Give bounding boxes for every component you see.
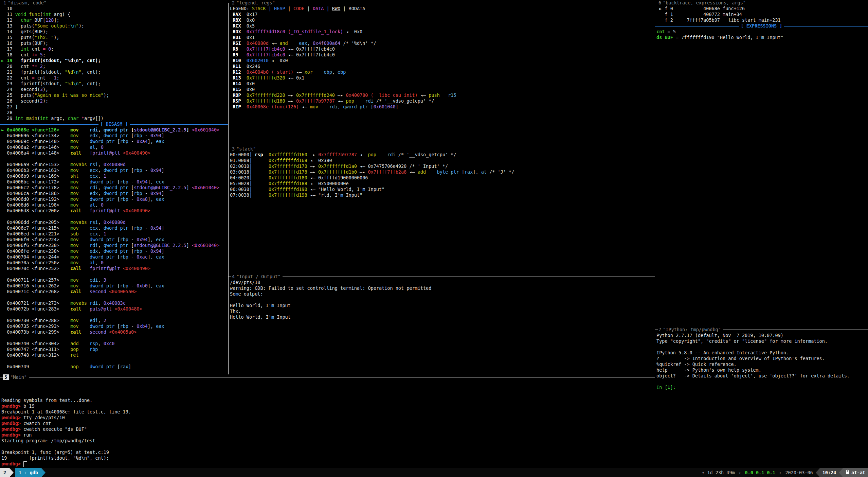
terminal-line: Type "copyright", "credits" or "license"… xyxy=(656,338,868,344)
pane-number: 3 xyxy=(231,146,235,152)
gdb-console-listing[interactable]: Reading symbols from test...done.pwndbg>… xyxy=(0,380,655,467)
border-segment xyxy=(0,3,3,3)
terminal-line: warning: GDB: Failed to set controlling … xyxy=(230,285,655,291)
terminal-line: 0x400735 <func+293> mov dword ptr [rbp -… xyxy=(1,323,228,329)
vertical-divider-right[interactable] xyxy=(655,3,655,468)
terminal-line xyxy=(1,444,655,449)
separator-rule xyxy=(784,26,868,26)
window-tab-gdb[interactable]: 1›gdb xyxy=(15,468,41,477)
terminal-line: Hello World, I'm Input xyxy=(230,314,655,320)
terminal-line: help -> Python's own help system. xyxy=(656,367,868,373)
terminal-line: 0x40070c <func+252> call fprintf@plt <0x… xyxy=(1,266,228,271)
terminal-line: 26 second(2); xyxy=(1,98,228,104)
vertical-divider-left[interactable] xyxy=(228,3,229,374)
powerline-arrow-icon xyxy=(839,468,843,477)
pane-main-gdb-console[interactable]: 5"Main" Reading symbols from test...done… xyxy=(0,374,655,468)
terminal-line: 0x400749 nop dword ptr [rax] xyxy=(1,364,228,370)
border-segment xyxy=(0,377,3,377)
border-segment xyxy=(229,277,231,277)
terminal-line: pwndbg> b 19 xyxy=(1,403,655,409)
backtrace-frames-listing: ► f 0 40068e func+126 f 1 400772 main+34… xyxy=(655,6,868,23)
pane-title-label: "disasm, code" xyxy=(6,0,49,6)
angle-separator-icon: ‹ xyxy=(778,468,783,477)
pane-title-label: "stack" xyxy=(235,146,258,152)
terminal-line: 20 cnt *= 2; xyxy=(1,64,228,69)
hostname-label: at-at xyxy=(843,468,868,477)
terminal-line xyxy=(1,380,655,386)
terminal-line: R11 0x246 xyxy=(230,64,655,69)
terminal-line: 17 int cnt = 0; xyxy=(1,46,228,52)
pane-number: 1 xyxy=(3,0,6,6)
pane-stack[interactable]: 3"stack" 00:0000│ rsp 0x7fffffffd160 —▸ … xyxy=(229,146,655,274)
pane-number-active: 5 xyxy=(3,374,9,380)
terminal-line: 0x400748 <func+312> ret xyxy=(1,352,228,358)
terminal-line: RDX 0x7ffff7dd18c0 (_IO_stdfile_1_lock) … xyxy=(230,29,655,35)
terminal-line: Python 2.7.17 (default, Nov 7 2019, 10:0… xyxy=(656,333,868,338)
terminal-line xyxy=(1,295,228,300)
load-average: 0.0 0.1 0.1 xyxy=(742,468,778,477)
terminal-line: 24 second(3); xyxy=(1,87,228,92)
terminal-line: R15 0x0 xyxy=(230,87,655,92)
terminal-line: 14 gets(BUF); xyxy=(1,29,228,35)
pane-backtrace-expressions[interactable]: 6"backtrace, expressions, args" ► f 0 40… xyxy=(655,0,868,327)
terminal-line: f 1 400772 main+34 xyxy=(656,12,868,17)
terminal-line: IPython 5.8.0 -- An enhanced Interactive… xyxy=(656,350,868,356)
terminal-line: RDI 0x1 xyxy=(230,35,655,40)
pane-main-title: 5"Main" xyxy=(0,374,655,380)
terminal-line: RIP 0x40068e (func+126) ◂— mov rdi, qwor… xyxy=(230,104,655,110)
terminal-line: f 2 7ffff7a05b97 __libc_start_main+231 xyxy=(656,17,868,23)
source-code-listing: 10 11 void func(int arg) { 12 char BUF[1… xyxy=(0,6,228,121)
pane-disasm-code-title: 1"disasm, code" xyxy=(0,0,228,6)
powerline-arrow-icon xyxy=(816,468,820,477)
terminal-line: 0x400711 <func+257> mov edi, 3 xyxy=(1,277,228,283)
pane-legend-regs[interactable]: 2"legend, regs" LEGEND: STACK | HEAP | C… xyxy=(229,0,655,146)
terminal-line: ► f 0 40068e func+126 xyxy=(656,6,868,12)
powerline-arrow-icon xyxy=(41,468,46,477)
pane-disasm-code[interactable]: 1"disasm, code" 10 11 void func(int arg)… xyxy=(0,0,228,374)
pane-number: 4 xyxy=(231,274,235,280)
pane-ipython[interactable]: 7"IPython: tmp/pwndbg" Python 2.7.17 (de… xyxy=(655,327,868,468)
terminal-line: Starting program: /tmp/pwndbg/test xyxy=(1,438,655,444)
terminal-line: 11 void func(int arg) { xyxy=(1,12,228,17)
terminal-line: 0x400721 <func+273> movabs rdi, 0x40083c xyxy=(1,300,228,306)
time-label: 10:24 xyxy=(820,468,839,477)
border-segment xyxy=(723,330,868,330)
terminal-line: object? -> Details about 'object', use '… xyxy=(656,373,868,379)
terminal-line: 03:0018│ 0x7fffffffd178 —▸ 0x7fffffffd1b… xyxy=(230,169,655,175)
terminal-line: 15 puts("Thx. "); xyxy=(1,35,228,40)
pane-stack-title: 3"stack" xyxy=(229,146,655,152)
pane-title-label: "IPython: tmp/pwndbg" xyxy=(662,327,723,333)
pane-input-output[interactable]: 4"Input / Output" /dev/pts/10warning: GD… xyxy=(229,274,655,374)
terminal-line: ? -> Introduction and overview of IPytho… xyxy=(656,356,868,361)
registers-listing: LEGEND: STACK | HEAP | CODE | DATA | RWX… xyxy=(229,6,655,110)
terminal-line: 10 xyxy=(1,6,228,12)
terminal-line: pwndbg> cwatch cnt xyxy=(1,421,655,426)
window-name: gdb xyxy=(30,470,38,476)
terminal-line: 05:0028│ 0x7fffffffd188 ◂— 0x50000000e xyxy=(230,181,655,187)
border-segment xyxy=(283,277,655,277)
pane-legend-regs-title: 2"legend, regs" xyxy=(229,0,655,6)
terminal-line: RSI 0x40080d ◂— and eax, 0x4f000a64 /* '… xyxy=(230,40,655,46)
terminal-line: pwndbg> cwatch execute "ds BUF" xyxy=(1,426,655,432)
pane-number: 7 xyxy=(658,327,662,333)
terminal-line: RAX 0x17 xyxy=(230,12,655,17)
terminal-line xyxy=(1,156,228,162)
terminal-line: 0x40070a <func+250> mov al, 0 xyxy=(1,260,228,266)
terminal-line: 0x40073b <func+299> call second <0x4005a… xyxy=(1,329,228,335)
terminal-line xyxy=(1,312,228,318)
terminal-line: 19 fprintf(stdout, "%d\n", cnt); xyxy=(1,455,655,461)
border-segment xyxy=(655,3,658,3)
terminal-line: R13 0x7fffffffd320 ◂— 0x1 xyxy=(230,75,655,81)
terminal-line xyxy=(1,386,655,392)
terminal-line: 0x400696 <func+134> mov edx, dword ptr [… xyxy=(1,133,228,139)
terminal-line: 01:0008│ 0x7fffffffd168 ◂— 0x380 xyxy=(230,158,655,163)
border-segment xyxy=(258,149,655,149)
terminal-line xyxy=(656,344,868,350)
terminal-line: 0x4006d8 <func+200> call fprintf@plt <0x… xyxy=(1,208,228,214)
terminal-line: 0x40072b <func+283> call puts@plt <0x400… xyxy=(1,306,228,312)
ipython-console-listing[interactable]: Python 2.7.17 (default, Nov 7 2019, 10:0… xyxy=(655,333,868,390)
session-indicator[interactable]: 2 xyxy=(0,468,10,477)
chevron-right-icon: › xyxy=(21,470,30,476)
terminal-line: 0x4006a4 <func+148> call fprintf@plt <0x… xyxy=(1,150,228,156)
terminal-line: 18 cnt += 5; xyxy=(1,52,228,58)
